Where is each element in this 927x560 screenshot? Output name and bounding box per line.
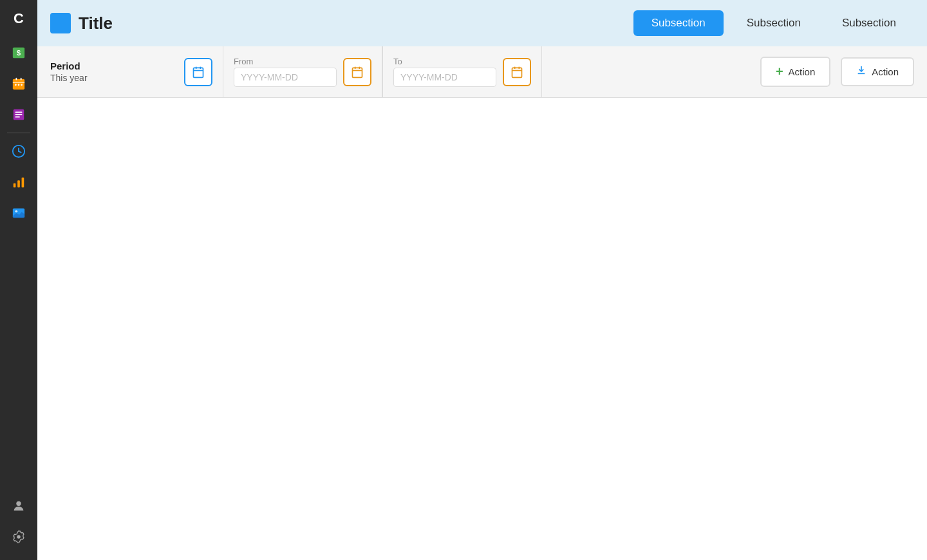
period-label: Period [50,61,166,71]
svg-point-20 [15,210,18,212]
svg-rect-11 [15,114,23,115]
plus-icon: + [776,64,783,79]
svg-line-15 [19,151,21,153]
svg-rect-23 [194,68,203,77]
svg-point-22 [17,535,21,539]
action-add-label: Action [789,66,816,77]
svg-rect-18 [22,178,24,188]
download-icon [856,65,866,79]
svg-rect-27 [353,68,362,77]
topbar: Title Subsection Subsection Subsection [37,0,927,46]
sidebar-item-list[interactable] [0,99,37,130]
to-input-wrap: To [393,57,496,87]
filter-actions: + Action Action [760,57,914,87]
to-calendar-button[interactable] [503,58,531,86]
sidebar-item-barchart[interactable] [0,167,37,198]
to-date-input[interactable] [393,68,496,87]
svg-rect-17 [17,180,20,187]
sidebar-item-clock[interactable] [0,136,37,167]
svg-point-21 [16,501,21,506]
from-label: From [234,57,337,66]
sidebar-bottom [0,490,37,560]
tab-subsection-2[interactable]: Subsection [729,10,819,36]
tab-subsection-3[interactable]: Subsection [824,10,914,36]
content-area [37,98,927,560]
svg-rect-5 [13,82,24,83]
action-download-button[interactable]: Action [841,57,914,86]
svg-rect-16 [14,183,16,187]
svg-rect-4 [21,78,22,80]
period-section: Period This year [50,61,179,83]
svg-point-8 [21,84,23,86]
to-label: To [393,57,496,66]
sidebar: C $ [0,0,37,560]
from-calendar-button[interactable] [343,58,371,86]
sidebar-divider [7,133,30,133]
sidebar-item-image[interactable] [0,198,37,229]
from-date-group: From [223,46,382,98]
period-value: This year [50,73,166,83]
svg-rect-3 [15,78,17,80]
svg-text:$: $ [17,49,21,57]
svg-rect-12 [15,117,20,118]
title-icon [50,13,71,33]
from-input-wrap: From [234,57,337,87]
svg-rect-10 [15,111,23,113]
sidebar-item-user[interactable] [0,490,37,521]
action-add-button[interactable]: + Action [760,57,830,87]
main-content: Title Subsection Subsection Subsection P… [37,0,927,560]
from-date-input[interactable] [234,68,337,87]
sidebar-item-settings[interactable] [0,521,37,552]
filterbar: Period This year From [37,46,927,98]
topbar-tabs: Subsection Subsection Subsection [633,10,914,36]
tab-subsection-1[interactable]: Subsection [633,10,724,36]
to-date-group: To [382,46,542,98]
title-area: Title [50,13,113,33]
sidebar-item-calendar[interactable] [0,68,37,99]
app-logo[interactable]: C [0,0,37,37]
action-download-label: Action [872,66,899,77]
period-picker-button[interactable] [184,58,212,86]
svg-rect-31 [512,68,522,77]
page-title: Title [79,14,113,33]
sidebar-item-dollar[interactable]: $ [0,37,37,68]
svg-point-6 [15,84,17,86]
svg-point-7 [18,84,20,86]
